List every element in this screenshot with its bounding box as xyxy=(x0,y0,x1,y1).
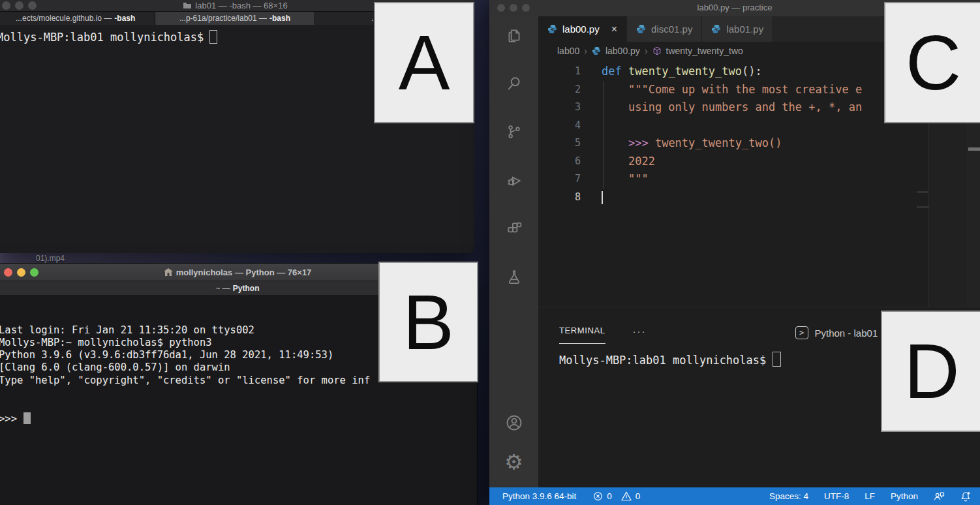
line-number: 6 xyxy=(538,153,581,171)
explorer-icon[interactable] xyxy=(504,25,524,45)
minimap-mark xyxy=(917,191,928,193)
home-icon xyxy=(164,268,173,276)
line-number: 8 xyxy=(538,189,581,207)
code-token xyxy=(602,172,628,185)
feedback-icon[interactable] xyxy=(934,491,945,501)
editor-tab[interactable]: disc01.py xyxy=(627,16,702,42)
code-token: twenty_twenty_two xyxy=(628,65,742,78)
overlay-label-b: B xyxy=(378,262,478,382)
settings-gear-icon[interactable]: ⚙ xyxy=(504,452,524,472)
code-token: """ xyxy=(628,172,649,185)
minimap-mark xyxy=(917,206,928,208)
code-token: """Come up with the most creative e xyxy=(628,83,862,96)
code-token: using only numbers and the +, *, an xyxy=(628,100,862,114)
problems-status[interactable]: 0 0 xyxy=(593,491,640,501)
terminal-cursor xyxy=(773,352,781,367)
tab-path: ...p-61a/practice/lab01 — xyxy=(179,14,267,23)
tab-label: lab01.py xyxy=(726,23,763,35)
tab-path: ...ects/molecule.github.io — xyxy=(16,14,112,23)
shell-prompt: Mollys-MBP:lab01 mollynicholas$ xyxy=(559,354,766,367)
code-line[interactable]: 8 xyxy=(538,189,980,207)
eol-status[interactable]: LF xyxy=(865,491,875,501)
code-text: 2022 xyxy=(581,153,655,171)
desktop-file-label: 01).mp4 xyxy=(36,254,65,263)
code-token: 2022 xyxy=(628,155,655,168)
chevron-right-icon: › xyxy=(645,46,648,56)
terminal-process-icon: > xyxy=(795,326,808,339)
editor-tab[interactable]: lab00.py× xyxy=(538,16,627,42)
code-token xyxy=(602,136,628,149)
indent-guide xyxy=(603,81,604,189)
repl-prompt-line: >>> xyxy=(0,412,477,425)
python-icon xyxy=(636,24,646,34)
breadcrumb-file[interactable]: lab00.py xyxy=(605,46,640,56)
run-debug-icon[interactable] xyxy=(504,170,524,190)
line-number: 7 xyxy=(538,170,581,189)
code-token xyxy=(602,155,628,168)
line-number: 1 xyxy=(538,63,581,81)
shell-prompt: Mollys-MBP:lab01 mollynicholas$ xyxy=(0,31,204,44)
terminal-tab[interactable]: ...p-61a/practice/lab01 — -bash xyxy=(155,12,314,25)
tab-label: disc01.py xyxy=(651,23,692,35)
scrollbar-thumb[interactable] xyxy=(968,147,980,151)
overlay-label-d: D xyxy=(881,311,980,432)
line-number: 4 xyxy=(538,117,581,135)
code-text: >>> twenty_twenty_two() xyxy=(581,134,782,153)
code-text: """Come up with the most creative e xyxy=(581,81,862,99)
more-actions-icon[interactable]: ··· xyxy=(633,326,647,337)
terminal-cursor xyxy=(23,412,31,424)
close-icon[interactable]: × xyxy=(611,23,617,35)
code-line[interactable]: 7 """ xyxy=(538,170,980,189)
tab-process: -bash xyxy=(114,14,135,23)
code-text xyxy=(581,189,603,207)
line-number: 5 xyxy=(538,134,581,153)
extensions-icon[interactable] xyxy=(504,219,524,238)
code-text xyxy=(581,117,602,135)
code-token: twenty_twenty_two() xyxy=(655,136,782,149)
integrated-terminal[interactable]: Mollys-MBP:lab01 mollynicholas$ xyxy=(559,352,781,367)
code-line[interactable]: 6 2022 xyxy=(538,153,980,171)
code-token: def xyxy=(602,65,622,78)
editor-caret xyxy=(602,191,603,204)
python-icon xyxy=(711,24,721,34)
breadcrumb-folder[interactable]: lab00 xyxy=(557,46,579,56)
symbol-cube-icon xyxy=(652,46,662,55)
code-token xyxy=(602,83,628,96)
line-number: 3 xyxy=(538,99,581,117)
breadcrumb-symbol[interactable]: twenty_twenty_two xyxy=(666,46,743,56)
status-bar: Python 3.9.6 64-bit 0 0 Spaces: 4 UTF-8 … xyxy=(489,487,980,505)
code-token xyxy=(602,100,628,114)
code-token xyxy=(622,65,628,78)
source-control-icon[interactable] xyxy=(504,122,524,142)
error-icon xyxy=(593,491,603,501)
tab-label: lab00.py xyxy=(562,23,600,35)
chevron-right-icon: › xyxy=(584,46,587,56)
activity-bar: ⚙ xyxy=(489,16,538,487)
terminal-cursor xyxy=(209,30,217,44)
overlay-label-a: A xyxy=(374,2,474,123)
code-text: using only numbers and the +, *, an xyxy=(581,99,862,117)
encoding-status[interactable]: UTF-8 xyxy=(824,491,849,501)
indentation-status[interactable]: Spaces: 4 xyxy=(769,491,808,501)
overlay-label-c: C xyxy=(884,2,980,123)
tab-terminal[interactable]: TERMINAL xyxy=(559,326,605,344)
editor-tab[interactable]: lab01.py xyxy=(702,16,773,42)
python-icon xyxy=(547,24,557,34)
warning-icon xyxy=(621,491,632,501)
python-icon xyxy=(592,46,601,55)
terminal-dropdown[interactable]: Python - lab01 xyxy=(815,328,878,339)
language-mode-status[interactable]: Python xyxy=(891,491,918,501)
line-number: 2 xyxy=(538,81,581,99)
python-interpreter-status[interactable]: Python 3.9.6 64-bit xyxy=(502,491,576,501)
folder-icon xyxy=(183,2,192,9)
code-token: (): xyxy=(742,65,762,78)
account-icon[interactable] xyxy=(504,413,524,433)
code-token: >>> xyxy=(628,136,655,149)
terminal-tab[interactable]: ...ects/molecule.github.io — -bash xyxy=(0,12,155,25)
notifications-bell-icon[interactable] xyxy=(960,491,971,502)
testing-icon[interactable] xyxy=(504,267,524,286)
code-text: def twenty_twenty_two(): xyxy=(581,63,762,81)
search-icon[interactable] xyxy=(504,74,524,93)
code-text: """ xyxy=(581,170,649,189)
code-line[interactable]: 5 >>> twenty_twenty_two() xyxy=(538,134,980,153)
